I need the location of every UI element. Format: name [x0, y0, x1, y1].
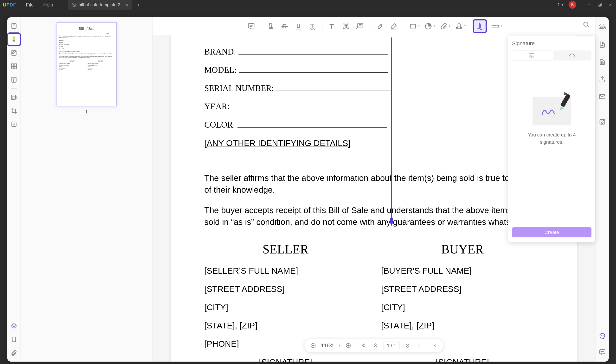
eraser-tool[interactable]: [388, 20, 399, 32]
organize-pages-button[interactable]: [8, 61, 20, 72]
seller-city: [CITY]: [204, 302, 367, 312]
svg-point-74: [602, 335, 603, 336]
chevron-down-icon[interactable]: ▼: [500, 25, 503, 27]
zoom-dropdown[interactable]: ▼: [338, 344, 341, 347]
signature-tool[interactable]: [474, 20, 486, 32]
signature-hint-text: You can create up to 4 signatures.: [512, 131, 591, 146]
chevron-down-icon[interactable]: ▼: [433, 25, 435, 27]
callout-tool[interactable]: [354, 20, 366, 32]
seller-state: [STATE], [ZIP]: [204, 321, 367, 330]
svg-text:T: T: [345, 24, 348, 29]
help-chat-button[interactable]: [597, 346, 608, 358]
zoom-out-button[interactable]: [309, 342, 317, 349]
last-page-button[interactable]: [415, 342, 423, 349]
signature-cloud-tab[interactable]: [553, 51, 591, 61]
signature-local-tab[interactable]: [512, 51, 551, 61]
text-tool[interactable]: T: [326, 20, 338, 32]
page-indicator[interactable]: 1 / 1: [383, 341, 400, 350]
buyer-name: [BUYER’S FULL NAME]: [381, 266, 544, 276]
crop-button[interactable]: [8, 105, 20, 117]
year-label: YEAR:: [204, 102, 230, 112]
share-button[interactable]: [597, 74, 608, 85]
svg-rect-12: [14, 64, 16, 66]
close-zoom-bar-button[interactable]: ✕: [431, 342, 439, 349]
email-button[interactable]: [597, 91, 608, 102]
attachments-button[interactable]: [8, 347, 20, 359]
buyer-street: [STREET ADDRESS]: [381, 284, 544, 294]
svg-point-72: [601, 122, 603, 124]
menu-help[interactable]: Help: [43, 2, 53, 8]
underline-tool[interactable]: U: [293, 20, 304, 32]
next-page-button[interactable]: [404, 342, 411, 349]
chevron-down-icon[interactable]: ▼: [485, 25, 487, 27]
minimize-button[interactable]: [586, 2, 592, 8]
ocr-button[interactable]: OCR: [597, 22, 608, 33]
form-button[interactable]: [8, 74, 20, 86]
svg-line-48: [587, 26, 589, 28]
edit-pdf-button[interactable]: [8, 47, 20, 59]
reader-mode-button[interactable]: [8, 20, 20, 32]
search-button[interactable]: [583, 21, 590, 29]
ai-assistant-button[interactable]: [597, 330, 608, 342]
stamp-tool[interactable]: [453, 20, 465, 32]
svg-text:OCR: OCR: [600, 26, 605, 29]
chevron-down-icon[interactable]: ▼: [418, 25, 420, 27]
create-signature-button[interactable]: Create: [512, 227, 591, 237]
signature-illustration: You can create up to 4 signatures.: [512, 97, 591, 146]
svg-rect-38: [410, 24, 415, 28]
seller-heading: SELLER: [204, 242, 367, 256]
svg-point-76: [601, 351, 601, 352]
prev-page-button[interactable]: [372, 342, 379, 349]
document-area: S U T T T ▼ ▼ ▼ ▼ ▼ ▼ Signature: [153, 17, 595, 362]
zoom-in-button[interactable]: [345, 342, 352, 349]
measure-tool[interactable]: [490, 20, 501, 32]
tab-document-icon: [71, 2, 76, 7]
zoom-bar: 118% ▼ 1 / 1 ✕: [304, 339, 443, 352]
layers-button[interactable]: [8, 320, 20, 332]
close-button[interactable]: ✕: [607, 2, 613, 8]
comment-tool[interactable]: [245, 20, 257, 32]
buyer-city: [CITY]: [381, 302, 544, 312]
squiggly-tool[interactable]: T: [307, 20, 318, 32]
svg-point-77: [602, 351, 602, 352]
svg-rect-52: [560, 93, 571, 107]
highlight-tool[interactable]: [265, 20, 277, 32]
bookmarks-button[interactable]: [8, 334, 20, 345]
redact-button[interactable]: [8, 91, 20, 103]
left-rail: [7, 17, 21, 362]
tab-close-icon[interactable]: ✕: [125, 3, 128, 7]
maximize-button[interactable]: [597, 2, 602, 8]
chevron-down-icon[interactable]: ▼: [464, 25, 466, 27]
new-tab-button[interactable]: ＋: [136, 1, 141, 8]
pencil-tool[interactable]: [374, 20, 385, 32]
menu-file[interactable]: File: [26, 2, 33, 8]
svg-rect-19: [13, 96, 16, 99]
buyer-heading: BUYER: [381, 242, 544, 256]
user-avatar[interactable]: B: [569, 1, 576, 9]
strikethrough-tool[interactable]: S: [279, 20, 290, 32]
convert-button[interactable]: [597, 39, 608, 51]
save-button[interactable]: [597, 116, 608, 128]
sticker-tool[interactable]: [422, 20, 434, 32]
rectangle-tool[interactable]: [407, 20, 419, 32]
protect-button[interactable]: [597, 56, 608, 68]
buyer-accept-paragraph: The buyer accepts receipt of this Bill o…: [204, 204, 544, 228]
page-thumbnail[interactable]: Bill of Sale Date: ______ I, (seller), i…: [56, 22, 117, 106]
thumb-title: Bill of Sale: [59, 27, 114, 31]
svg-rect-13: [11, 66, 14, 69]
window-count[interactable]: 1▼: [558, 2, 564, 7]
first-page-button[interactable]: [360, 342, 368, 349]
document-tab[interactable]: bill-of-sale-template-2 ✕: [68, 0, 132, 10]
seller-name: [SELLER’S FULL NAME]: [204, 266, 367, 276]
tools-button[interactable]: [8, 118, 20, 130]
chevron-down-icon[interactable]: ▼: [448, 25, 451, 27]
seller-street: [STREET ADDRESS]: [204, 284, 367, 294]
thumbnail-panel: Bill of Sale Date: ______ I, (seller), i…: [21, 17, 153, 362]
svg-rect-67: [601, 62, 603, 64]
svg-rect-2: [598, 4, 601, 6]
textbox-tool[interactable]: T: [340, 20, 352, 32]
svg-rect-22: [248, 24, 254, 28]
svg-rect-11: [11, 64, 14, 66]
attachment-tool[interactable]: [438, 20, 449, 32]
annotate-mode-button[interactable]: [8, 34, 20, 45]
